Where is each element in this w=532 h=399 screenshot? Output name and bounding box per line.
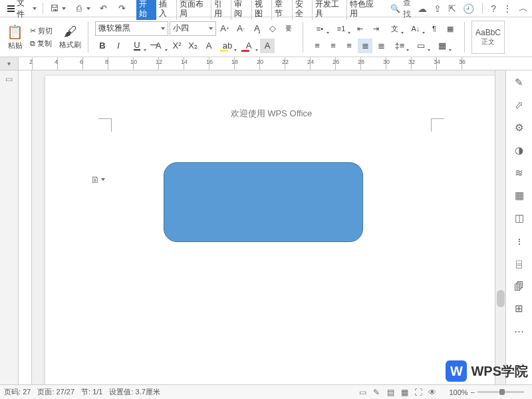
tab-insert[interactable]: 插入 xyxy=(156,0,176,20)
font-size-select[interactable]: 小四 xyxy=(170,21,216,36)
settings-gear-icon[interactable]: ⚙ xyxy=(513,121,526,134)
apps-icon[interactable]: ◫ xyxy=(513,211,526,225)
search-button[interactable]: 🔍 查找 xyxy=(390,0,416,20)
numbering-button[interactable]: ≡1 xyxy=(331,21,351,36)
zoom-slider[interactable] xyxy=(477,391,524,393)
bold-button[interactable]: B xyxy=(95,39,110,53)
status-pages[interactable]: 页面: 27/27 xyxy=(37,387,74,397)
app-menu-button[interactable]: 文件 xyxy=(4,0,40,21)
grid-icon[interactable]: ▦ xyxy=(513,189,526,202)
align-center-button[interactable]: ≡ xyxy=(326,39,340,53)
shrink-font-button[interactable]: A- xyxy=(233,21,248,36)
chevron-down-icon xyxy=(255,49,258,51)
view-outline-button[interactable]: ✎ xyxy=(370,387,382,398)
toolbox-icon[interactable]: ⌸ xyxy=(513,257,526,270)
rounded-rectangle-shape[interactable] xyxy=(164,162,363,242)
status-section[interactable]: 节: 1/1 xyxy=(81,387,102,397)
page[interactable]: 欢迎使用 WPS Office 🗎 xyxy=(45,76,497,384)
strikethrough-button[interactable]: A xyxy=(148,39,168,53)
zoom-out-button[interactable]: − xyxy=(471,388,475,396)
view-web-button[interactable]: ▤ xyxy=(384,387,396,398)
format-painter-button[interactable]: 🖌 格式刷 xyxy=(57,20,84,55)
zoom-thumb[interactable] xyxy=(499,389,505,395)
increase-indent-button[interactable]: ⇥ xyxy=(368,21,383,36)
scroll-thumb[interactable] xyxy=(497,290,505,307)
copy-button[interactable]: ⧉复制 xyxy=(29,38,54,49)
bullets-button[interactable]: ≡• xyxy=(310,21,330,36)
more-button[interactable]: ⋮ xyxy=(503,3,512,14)
borders-button[interactable]: ▦ xyxy=(432,39,452,53)
show-marks-button[interactable]: ¶ xyxy=(427,21,442,36)
tab-view[interactable]: 视图 xyxy=(252,0,272,20)
status-position[interactable]: 设置值: 3.7厘米 xyxy=(109,387,160,397)
view-focus-button[interactable]: 👁 xyxy=(426,387,438,398)
align-left-button[interactable]: ≡ xyxy=(310,39,325,53)
decrease-indent-button[interactable]: ⇤ xyxy=(352,21,367,36)
align-justify-button[interactable]: ≣ xyxy=(358,39,372,53)
distribute-button[interactable]: ≣ xyxy=(374,39,388,53)
ruler-corner[interactable]: ▾ xyxy=(0,57,19,70)
highlight-button[interactable]: ab xyxy=(217,39,237,53)
save-button[interactable]: 🖫 xyxy=(46,2,69,15)
status-page-number[interactable]: 页码: 27 xyxy=(4,387,31,397)
cloud-sync-button[interactable]: ☁ xyxy=(418,3,427,14)
tab-special-apps[interactable]: 特色应用 xyxy=(347,0,381,20)
clipboard-icon[interactable]: 🗐 xyxy=(513,279,526,293)
share-button[interactable]: ⇪ xyxy=(434,3,442,14)
shape-layout-options[interactable]: 🗎 xyxy=(90,174,105,185)
edit-icon[interactable]: ✎ xyxy=(513,76,526,89)
superscript-button[interactable]: X² xyxy=(170,39,184,53)
chart-icon[interactable]: ⫶ xyxy=(513,234,526,247)
grow-font-button[interactable]: A+ xyxy=(217,21,232,36)
italic-button[interactable]: I xyxy=(111,39,126,53)
horizontal-ruler[interactable]: 24681012141618202224262830323436 xyxy=(19,57,532,70)
view-print-layout-button[interactable]: ▭ xyxy=(356,387,368,398)
chevron-down-icon xyxy=(33,7,37,10)
tab-page-layout[interactable]: 页面布局 xyxy=(177,0,211,20)
shading-button[interactable]: ▭ xyxy=(411,39,431,53)
undo-button[interactable]: ↶ xyxy=(95,2,112,15)
redo-button[interactable]: ↷ xyxy=(114,2,131,15)
more-tools-icon[interactable]: ⋯ xyxy=(513,325,526,338)
tab-references[interactable]: 引用 xyxy=(211,0,231,20)
sort-button[interactable]: A↓ xyxy=(406,21,426,36)
tab-dev-tools[interactable]: 开发工具 xyxy=(313,0,347,20)
template-icon[interactable]: ⊞ xyxy=(513,302,526,315)
collapse-ribbon-button[interactable]: ︿ xyxy=(519,3,528,15)
tab-start[interactable]: 开始 xyxy=(136,0,156,20)
workspace: ▭ 欢迎使用 WPS Office 🗎 ✎ ⬀ ⚙ ◑ ≋ ▦ ◫ ⫶ ⌸ 🗐 … xyxy=(0,70,532,384)
underline-button[interactable]: U xyxy=(127,39,147,53)
document-canvas[interactable]: 欢迎使用 WPS Office 🗎 xyxy=(32,70,505,384)
font-color-button[interactable]: A xyxy=(239,39,259,53)
help-button[interactable]: ? xyxy=(491,3,496,14)
cut-button[interactable]: ✂剪切 xyxy=(29,25,54,37)
paste-button[interactable]: 📋 粘贴 xyxy=(4,20,26,55)
clear-format-button[interactable]: ◇ xyxy=(265,21,280,36)
vertical-scrollbar[interactable] xyxy=(495,70,505,384)
export-button[interactable]: ⇱ xyxy=(448,3,456,14)
select-icon[interactable]: ⬀ xyxy=(513,98,526,112)
layers-icon[interactable]: ≋ xyxy=(513,166,526,180)
style-normal[interactable]: AaBbC 正文 xyxy=(471,21,505,54)
tab-sections[interactable]: 章节 xyxy=(272,0,292,20)
phonetic-guide-button[interactable]: 要 xyxy=(281,21,296,36)
char-shading-button[interactable]: A xyxy=(260,39,275,53)
zoom-value[interactable]: 100% xyxy=(449,388,467,396)
align-right-button[interactable]: ≡ xyxy=(342,39,356,53)
text-direction-button[interactable]: 文 xyxy=(384,21,404,36)
line-spacing-button[interactable]: ‡≡ xyxy=(390,39,410,53)
view-fullscreen-button[interactable]: ⛶ xyxy=(412,387,424,398)
tab-security[interactable]: 安全 xyxy=(293,0,313,20)
subscript-button[interactable]: X₂ xyxy=(186,39,200,53)
text-effects-button[interactable]: A xyxy=(201,39,216,53)
font-name-select[interactable]: 微软雅黑 xyxy=(95,21,168,36)
history-button[interactable]: 🕘 xyxy=(463,3,474,14)
shape-props-icon[interactable]: ◑ xyxy=(513,144,526,157)
print-button[interactable]: ⎙ xyxy=(70,2,94,15)
tab-review[interactable]: 审阅 xyxy=(231,0,251,20)
vertical-ruler[interactable] xyxy=(19,70,32,384)
navigation-pane-button[interactable]: ▭ xyxy=(5,74,13,84)
table-button[interactable]: ▦ xyxy=(443,21,458,36)
change-case-button[interactable]: A̧ xyxy=(249,21,264,36)
view-read-button[interactable]: ▦ xyxy=(398,387,410,398)
